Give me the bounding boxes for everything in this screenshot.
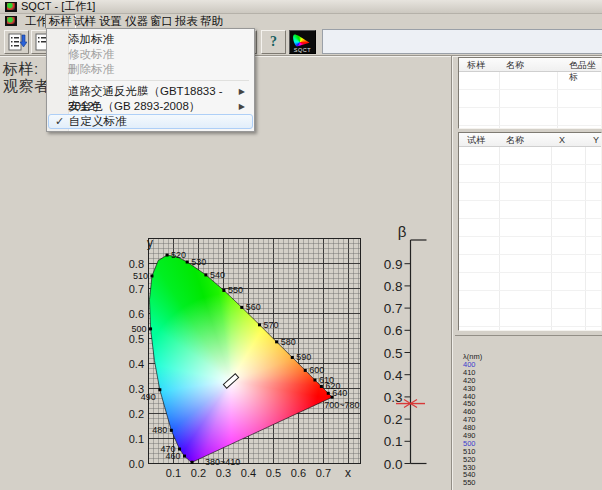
svg-text:0.1: 0.1 bbox=[384, 434, 403, 449]
svg-text:0.5: 0.5 bbox=[384, 346, 403, 361]
row-line bbox=[459, 89, 601, 90]
svg-text:580: 580 bbox=[281, 337, 296, 347]
panel-divider[interactable] bbox=[451, 56, 453, 490]
svg-text:β: β bbox=[398, 223, 407, 240]
observer-label: 观察者 bbox=[3, 77, 50, 96]
samples-table[interactable]: 试样名称XY bbox=[458, 132, 602, 331]
svg-text:0.1: 0.1 bbox=[166, 467, 181, 479]
svg-text:0.6: 0.6 bbox=[129, 308, 144, 320]
svg-text:510: 510 bbox=[133, 271, 148, 281]
svg-text:0.0: 0.0 bbox=[384, 457, 403, 472]
wavelength-panel: λ(nm) 4004104204304404504604704804905005… bbox=[455, 335, 602, 490]
row-line bbox=[459, 107, 601, 108]
svg-text:530: 530 bbox=[191, 257, 206, 267]
svg-text:570: 570 bbox=[264, 320, 279, 330]
standards-table[interactable]: 标样名称色品坐标 bbox=[458, 57, 602, 129]
svg-text:x: x bbox=[345, 466, 351, 480]
column-line bbox=[499, 147, 500, 331]
svg-text:0.9: 0.9 bbox=[384, 257, 403, 272]
menu-item-4[interactable]: 道路交通反光膜（GBT18833 - 2012）▶ bbox=[48, 84, 253, 99]
row-line bbox=[459, 308, 601, 309]
svg-text:0.4: 0.4 bbox=[129, 358, 144, 370]
svg-text:490: 490 bbox=[141, 392, 156, 402]
row-line bbox=[459, 272, 601, 273]
app-icon bbox=[5, 2, 17, 12]
svg-text:600: 600 bbox=[309, 365, 324, 375]
row-line bbox=[459, 200, 601, 201]
column-header-2: X bbox=[559, 134, 565, 146]
svg-text:520: 520 bbox=[171, 250, 186, 260]
row-line bbox=[459, 290, 601, 291]
column-header-3: Y bbox=[593, 134, 599, 146]
svg-text:0.3: 0.3 bbox=[129, 383, 144, 395]
wavelength-value-550: 550 bbox=[463, 479, 482, 487]
menubar-item-2[interactable]: 试样 bbox=[70, 14, 99, 29]
svg-text:0.7: 0.7 bbox=[384, 301, 403, 316]
import-standard-button[interactable] bbox=[4, 30, 29, 54]
svg-text:0.1: 0.1 bbox=[129, 433, 144, 445]
column-header-1: 名称 bbox=[506, 59, 524, 71]
svg-text:610: 610 bbox=[319, 375, 334, 385]
svg-text:0.7: 0.7 bbox=[129, 283, 144, 295]
svg-text:0.6: 0.6 bbox=[384, 323, 403, 338]
svg-text:470: 470 bbox=[160, 444, 175, 454]
document-icon[interactable] bbox=[5, 16, 17, 26]
help-question-icon: ? bbox=[270, 34, 277, 50]
submenu-arrow-icon: ▶ bbox=[239, 99, 245, 114]
menu-separator bbox=[71, 80, 249, 81]
row-line bbox=[459, 254, 601, 255]
title-bar[interactable]: SQCT - [工作1] bbox=[0, 0, 602, 14]
row-line bbox=[459, 218, 601, 219]
svg-text:0.5: 0.5 bbox=[129, 333, 144, 345]
menu-item-1: 修改标准 bbox=[48, 47, 253, 62]
svg-text:550: 550 bbox=[228, 285, 243, 295]
standards-menu-dropdown: 添加标准修改标准删除标准道路交通反光膜（GBT18833 - 2012）▶安全色… bbox=[46, 28, 255, 132]
svg-text:0.5: 0.5 bbox=[266, 467, 281, 479]
window-title: SQCT - [工作1] bbox=[21, 0, 95, 13]
help-button[interactable]: ? bbox=[261, 30, 286, 54]
svg-text:0.3: 0.3 bbox=[216, 467, 231, 479]
list-download-icon bbox=[7, 32, 27, 52]
menu-item-6[interactable]: 自定义标准✓ bbox=[48, 114, 253, 129]
column-header-1: 名称 bbox=[506, 134, 524, 146]
standards-table-header: 标样名称色品坐标 bbox=[459, 58, 601, 72]
svg-text:540: 540 bbox=[210, 270, 225, 280]
svg-text:590: 590 bbox=[296, 352, 311, 362]
check-icon: ✓ bbox=[55, 115, 64, 128]
cie-horseshoe-fill bbox=[148, 237, 362, 465]
svg-text:380~410: 380~410 bbox=[205, 457, 240, 467]
row-line bbox=[459, 326, 601, 327]
svg-text:y: y bbox=[147, 236, 153, 250]
samples-table-body bbox=[459, 147, 601, 331]
svg-text:0.7: 0.7 bbox=[316, 467, 331, 479]
sqct-chromaticity-icon bbox=[293, 34, 312, 47]
toolbar-blank-panel bbox=[322, 29, 602, 54]
svg-text:700~780: 700~780 bbox=[324, 400, 359, 410]
svg-text:0.2: 0.2 bbox=[129, 408, 144, 420]
svg-text:0.4: 0.4 bbox=[384, 368, 403, 383]
row-line bbox=[459, 236, 601, 237]
svg-text:640: 640 bbox=[332, 388, 347, 398]
menu-item-2: 删除标准 bbox=[48, 62, 253, 77]
sqct-logo-button[interactable]: SQCT bbox=[289, 30, 316, 54]
svg-text:480: 480 bbox=[152, 425, 167, 435]
svg-text:0.3: 0.3 bbox=[384, 390, 403, 405]
column-line bbox=[585, 147, 586, 331]
svg-text:0.2: 0.2 bbox=[384, 412, 403, 427]
menubar-item-3[interactable]: 设置 bbox=[96, 14, 125, 29]
menu-item-0[interactable]: 添加标准 bbox=[48, 32, 253, 47]
column-line bbox=[557, 72, 558, 129]
sqct-logo-label: SQCT bbox=[294, 47, 311, 53]
column-line bbox=[499, 72, 500, 129]
standards-table-body bbox=[459, 72, 601, 129]
column-header-0: 试样 bbox=[467, 134, 485, 146]
menu-item-5[interactable]: 安全色（GB 2893-2008）▶ bbox=[48, 99, 253, 114]
row-line bbox=[459, 125, 601, 126]
app-window: SQCT - [工作1] 工作标样试样设置仪器窗口报表帮助 bbox=[0, 0, 602, 490]
menubar-item-7[interactable]: 帮助 bbox=[197, 14, 226, 29]
svg-text:0.4: 0.4 bbox=[241, 467, 256, 479]
svg-text:0.8: 0.8 bbox=[129, 258, 144, 270]
svg-text:0.6: 0.6 bbox=[291, 467, 306, 479]
submenu-arrow-icon: ▶ bbox=[239, 84, 245, 99]
svg-text:500: 500 bbox=[132, 324, 147, 334]
